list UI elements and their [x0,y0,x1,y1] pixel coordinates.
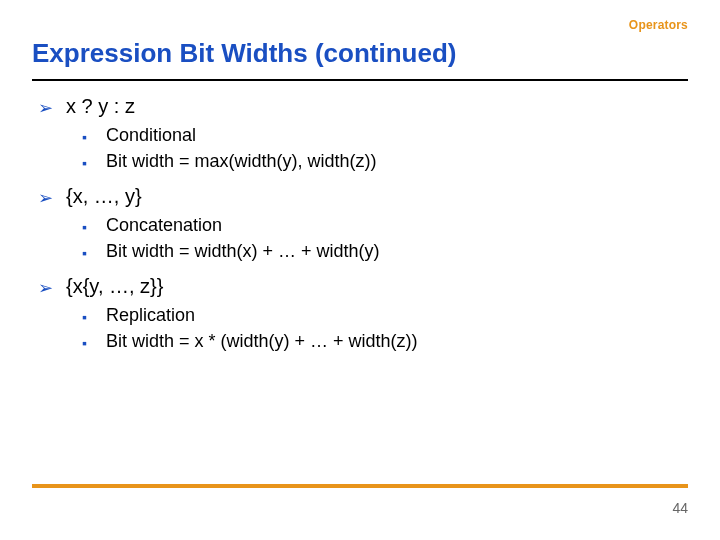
section-topic: Operators [629,18,688,32]
content-area: ➢ x ? y : z ▪ Conditional ▪ Bit width = … [32,95,688,355]
bullet-level2: ▪ Bit width = width(x) + … + width(y) [82,241,688,265]
bullet-text: Bit width = x * (width(y) + … + width(z)… [106,331,418,352]
bullet-level1: ➢ {x{y, …, z}} [38,275,688,301]
sub-bullets: ▪ Replication ▪ Bit width = x * (width(y… [38,305,688,355]
bullet-text: Concatenation [106,215,222,236]
arrow-icon: ➢ [38,185,56,211]
title-divider [32,79,688,81]
bullet-level2: ▪ Concatenation [82,215,688,239]
bullet-level1: ➢ x ? y : z [38,95,688,121]
bullet-text: {x, …, y} [66,185,142,208]
arrow-icon: ➢ [38,95,56,121]
bullet-level1: ➢ {x, …, y} [38,185,688,211]
bullet-level2: ▪ Conditional [82,125,688,149]
bullet-text: x ? y : z [66,95,135,118]
slide: Operators Expression Bit Widths (continu… [0,0,720,540]
bullet-text: Bit width = width(x) + … + width(y) [106,241,380,262]
bullet-text: {x{y, …, z}} [66,275,163,298]
page-number: 44 [672,500,688,516]
bullet-text: Replication [106,305,195,326]
bullet-level2: ▪ Bit width = x * (width(y) + … + width(… [82,331,688,355]
footer-divider [32,484,688,488]
square-icon: ▪ [82,241,96,265]
square-icon: ▪ [82,305,96,329]
bullet-text: Conditional [106,125,196,146]
bullet-text: Bit width = max(width(y), width(z)) [106,151,377,172]
square-icon: ▪ [82,151,96,175]
sub-bullets: ▪ Conditional ▪ Bit width = max(width(y)… [38,125,688,175]
bullet-level2: ▪ Bit width = max(width(y), width(z)) [82,151,688,175]
arrow-icon: ➢ [38,275,56,301]
page-title: Expression Bit Widths (continued) [32,38,688,69]
square-icon: ▪ [82,125,96,149]
square-icon: ▪ [82,331,96,355]
square-icon: ▪ [82,215,96,239]
bullet-level2: ▪ Replication [82,305,688,329]
sub-bullets: ▪ Concatenation ▪ Bit width = width(x) +… [38,215,688,265]
